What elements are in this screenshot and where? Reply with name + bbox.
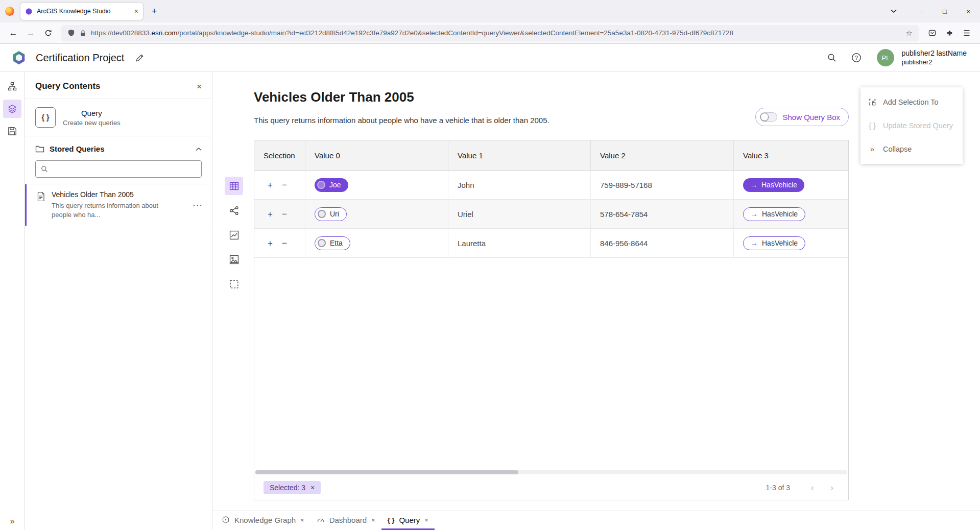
- item-options-icon[interactable]: ···: [190, 200, 205, 210]
- clear-selection-icon[interactable]: ×: [310, 484, 315, 491]
- new-query-text: Query Create new queries: [63, 109, 121, 127]
- tab-query[interactable]: { } Query ×: [381, 511, 435, 530]
- list-all-tabs-button[interactable]: [885, 0, 902, 22]
- expand-rail-button[interactable]: »: [0, 517, 25, 526]
- relationship-pill[interactable]: → HasVehicle: [743, 178, 804, 192]
- toggle-switch[interactable]: [760, 112, 777, 122]
- rail-item-data-model[interactable]: [3, 77, 21, 95]
- table-row: + − Joe John 759-889-57168: [254, 171, 848, 200]
- selection-cell: + −: [254, 171, 305, 199]
- menu-item-label: Add Selection To: [883, 98, 939, 106]
- next-page-icon[interactable]: ›: [825, 480, 839, 495]
- panel-close-icon[interactable]: ×: [197, 82, 202, 91]
- new-query-item[interactable]: { } Query Create new queries: [25, 99, 212, 136]
- previous-page-icon[interactable]: ‹: [805, 480, 820, 495]
- column-header-value0[interactable]: Value 0: [305, 140, 448, 170]
- window-maximize-button[interactable]: □: [933, 0, 957, 22]
- chevron-up-icon[interactable]: [196, 147, 202, 151]
- map-view-icon[interactable]: [225, 250, 243, 269]
- query-description: This query returns information about peo…: [254, 116, 549, 125]
- column-header-value2[interactable]: Value 2: [591, 140, 734, 170]
- scrollbar-thumb[interactable]: [255, 470, 518, 474]
- table-row: + − Uri Uriel 578-654-7854: [254, 200, 848, 229]
- arrow-right-icon: →: [751, 210, 758, 218]
- screen: ArcGIS Knowledge Studio × + – □ × ← → ht…: [0, 0, 980, 530]
- tab-knowledge-graph[interactable]: Knowledge Graph ×: [216, 511, 310, 530]
- rail-item-save[interactable]: [3, 122, 21, 140]
- add-selection-icon[interactable]: +: [268, 181, 273, 189]
- browser-tab[interactable]: ArcGIS Knowledge Studio ×: [20, 3, 143, 20]
- search-icon[interactable]: [823, 49, 841, 67]
- menu-item-add-selection-to[interactable]: Add Selection To: [861, 90, 963, 114]
- value0-cell: Etta: [305, 229, 448, 257]
- cell-text: Uriel: [458, 210, 473, 219]
- add-selection-icon[interactable]: +: [268, 239, 273, 248]
- pocket-icon[interactable]: [924, 25, 940, 41]
- menu-item-label: Update Stored Query: [883, 122, 953, 130]
- column-header-value1[interactable]: Value 1: [448, 140, 591, 170]
- reload-button[interactable]: [40, 25, 56, 41]
- remove-selection-icon[interactable]: −: [282, 239, 287, 248]
- value1-cell: Lauretta: [448, 229, 591, 257]
- entity-label: Etta: [330, 239, 343, 247]
- relationship-pill[interactable]: → HasVehicle: [743, 236, 805, 250]
- remove-selection-icon[interactable]: −: [282, 210, 287, 219]
- menu-item-update-stored-query[interactable]: { } Update Stored Query: [861, 114, 963, 137]
- entity-dot-icon: [318, 239, 326, 247]
- table-empty-area: [254, 258, 848, 469]
- table-view-icon[interactable]: [225, 177, 243, 195]
- address-bar[interactable]: https://dev0028833.esri.com/portal/apps/…: [61, 25, 919, 41]
- link-chart-icon[interactable]: [225, 201, 243, 220]
- tab-title: ArcGIS Knowledge Studio: [37, 8, 130, 15]
- stored-queries-header[interactable]: Stored Queries: [25, 136, 212, 158]
- remove-selection-icon[interactable]: −: [282, 181, 287, 189]
- window-minimize-button[interactable]: –: [910, 0, 933, 22]
- tab-close-icon[interactable]: ×: [134, 8, 138, 15]
- menu-hamburger-icon[interactable]: ☰: [959, 25, 975, 41]
- cell-text: 759-889-57168: [600, 181, 652, 189]
- tab-dashboard[interactable]: Dashboard ×: [310, 511, 381, 530]
- add-selection-icon[interactable]: +: [268, 210, 273, 219]
- back-button[interactable]: ←: [5, 25, 21, 41]
- entity-pill[interactable]: Uri: [315, 207, 347, 221]
- lock-icon[interactable]: [80, 30, 86, 37]
- stored-query-item[interactable]: Vehicles Older Than 2005 This query retu…: [25, 184, 212, 226]
- document-icon: [36, 191, 45, 202]
- help-icon[interactable]: ?: [847, 49, 866, 67]
- relationship-label: HasVehicle: [761, 181, 797, 189]
- add-selection-to-icon: [868, 98, 877, 106]
- tracking-shield-icon[interactable]: [67, 29, 75, 37]
- url-path: /portal/apps/knowledge-studio/main?id=ed…: [178, 29, 733, 37]
- column-header-selection[interactable]: Selection: [254, 140, 305, 170]
- bookmark-star-icon[interactable]: ☆: [906, 29, 913, 38]
- column-header-value3[interactable]: Value 3: [734, 140, 848, 170]
- avatar[interactable]: PL: [877, 49, 894, 66]
- tab-label: Knowledge Graph: [234, 516, 296, 524]
- dashboard-icon: [317, 516, 325, 524]
- show-query-box-toggle[interactable]: Show Query Box: [755, 108, 849, 126]
- tab-close-icon[interactable]: ×: [371, 517, 375, 523]
- forward-button[interactable]: →: [22, 25, 39, 41]
- stored-queries-title: Stored Queries: [50, 144, 190, 153]
- selected-count-chip[interactable]: Selected: 3 ×: [264, 481, 321, 494]
- entity-pill[interactable]: Joe: [315, 178, 348, 192]
- extensions-icon[interactable]: [941, 25, 958, 41]
- new-tab-button[interactable]: +: [146, 3, 162, 19]
- panel-header: Query Contents ×: [25, 72, 212, 99]
- braces-icon: { }: [868, 122, 877, 130]
- rail-item-layers[interactable]: [3, 100, 21, 118]
- menu-item-label: Collapse: [883, 145, 912, 153]
- tab-close-icon[interactable]: ×: [300, 517, 304, 523]
- window-close-button[interactable]: ×: [957, 0, 980, 22]
- entity-pill[interactable]: Etta: [315, 236, 350, 250]
- stored-queries-search-input[interactable]: [52, 165, 196, 173]
- user-name: publisher2 lastName: [901, 49, 967, 58]
- cell-text: 578-654-7854: [600, 210, 648, 219]
- select-marquee-icon[interactable]: [225, 275, 243, 293]
- collapse-icon: »: [868, 145, 877, 153]
- tab-close-icon[interactable]: ×: [424, 517, 428, 523]
- menu-item-collapse[interactable]: » Collapse: [861, 137, 963, 161]
- chart-view-icon[interactable]: [225, 226, 243, 244]
- edit-title-button[interactable]: [130, 49, 149, 67]
- relationship-pill[interactable]: → HasVehicle: [743, 207, 805, 221]
